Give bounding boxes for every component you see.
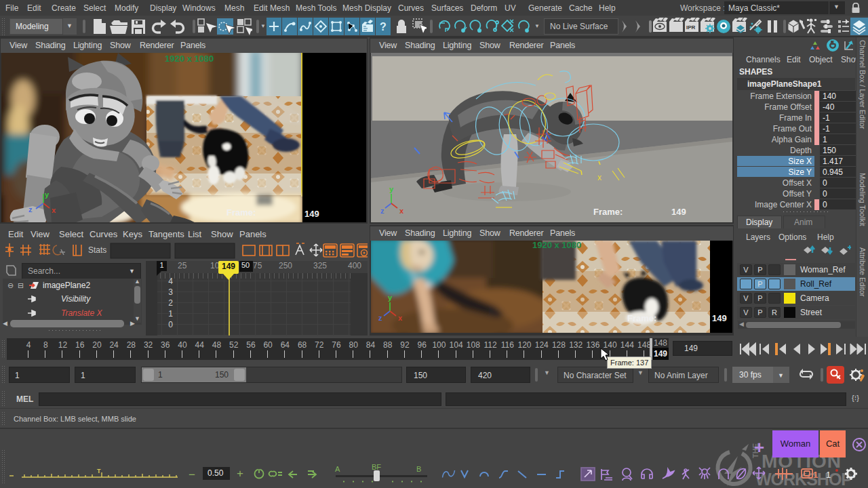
svg-text:z: z	[378, 314, 382, 322]
svg-text:Frame:: Frame:	[226, 207, 256, 218]
svg-text:T: T	[97, 468, 101, 474]
svg-text:149: 149	[304, 209, 319, 219]
svg-text:y: y	[388, 293, 393, 302]
svg-text:x: x	[398, 314, 403, 322]
svg-text:x: x	[399, 207, 404, 215]
svg-text:z: z	[28, 205, 33, 214]
svg-text:1: 1	[826, 470, 831, 480]
svg-text:IPR: IPR	[686, 24, 696, 30]
svg-text:Stats: Stats	[88, 245, 106, 255]
svg-text:a: a	[849, 470, 853, 478]
svg-text:z: z	[380, 207, 384, 215]
svg-text:149: 149	[671, 207, 686, 217]
svg-text:x: x	[52, 206, 56, 214]
svg-text:y: y	[45, 190, 50, 199]
svg-text:Frame:: Frame:	[627, 313, 656, 323]
svg-text:y: y	[389, 185, 394, 193]
svg-text:1920 x 1080: 1920 x 1080	[532, 241, 581, 250]
svg-text:1920 x 1080: 1920 x 1080	[165, 54, 214, 64]
svg-text:149: 149	[712, 313, 727, 323]
svg-text:x: x	[597, 173, 601, 182]
svg-text:Frame:: Frame:	[593, 207, 623, 217]
svg-text:?: ?	[380, 21, 387, 33]
svg-text:1: 1	[813, 470, 818, 480]
